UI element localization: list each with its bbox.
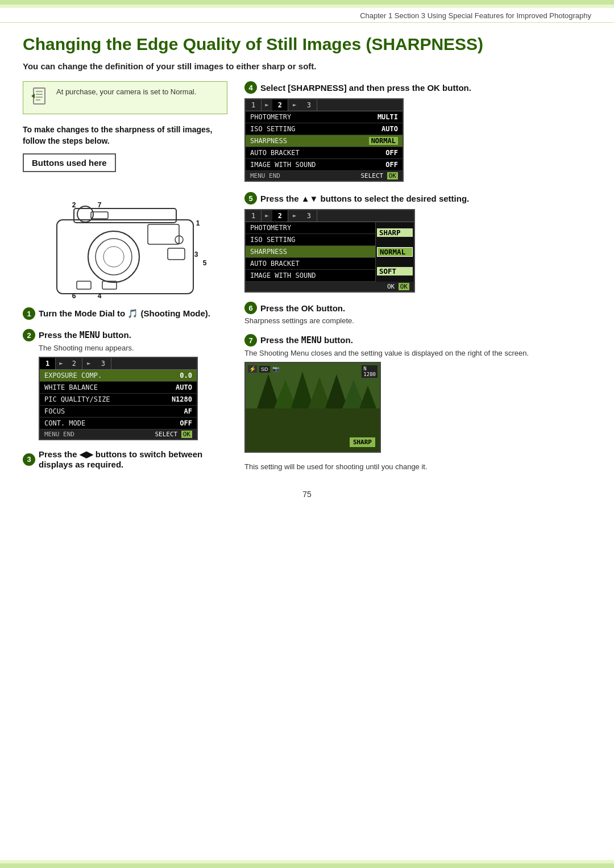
- step-5-text: Press the ▲▼ buttons to select the desir…: [260, 194, 469, 203]
- step-5: 5 Press the ▲▼ buttons to select the des…: [244, 192, 591, 293]
- menu-val-pq: N1280: [172, 395, 192, 403]
- step-6-header: 6 Press the OK button.: [244, 302, 591, 314]
- menu-row3-photometry: PHOTOMETRY: [246, 222, 375, 234]
- menu-screen-3: 1 ► 2 ► 3 PHOTOMETRY ISO SETTING: [244, 209, 415, 293]
- icon-flash: ⚡: [248, 365, 257, 373]
- page-title: Changing the Edge Quality of Still Image…: [23, 34, 591, 55]
- menu-row-sharpness: SHARPNESS NORMAL: [246, 135, 403, 147]
- menu-val-bracket: OFF: [385, 149, 398, 157]
- svg-rect-6: [57, 220, 193, 294]
- menu-label3-iws: IMAGE WITH SOUND: [250, 272, 316, 279]
- step-6: 6 Press the OK button. Sharpness setting…: [244, 302, 591, 325]
- icon-camera: 📷: [272, 366, 279, 372]
- step-7: 7 Press the MENU button. The Shooting Me…: [244, 334, 591, 453]
- svg-rect-15: [168, 248, 185, 260]
- menu-label-iws: IMAGE WITH SOUND: [250, 161, 316, 169]
- step-4-number: 4: [244, 81, 257, 94]
- menu-label-iso: ISO SETTING: [250, 125, 295, 133]
- menu-label-photometry: PHOTOMETRY: [250, 113, 291, 121]
- menu-row-iws: IMAGE WITH SOUND OFF: [246, 159, 403, 171]
- menu-footer-right-1: SELECT OK: [155, 431, 192, 438]
- menu-tabs-2: 1 ► 2 ► 3: [246, 99, 403, 111]
- step-4-header: 4 Select [SHARPNESS] and then press the …: [244, 81, 591, 94]
- svg-text:3: 3: [194, 251, 198, 258]
- chapter-header: Chapter 1 Section 3 Using Special Featur…: [0, 8, 614, 23]
- menu-label-cont: CONT. MODE: [44, 419, 85, 427]
- menu-tab-1: 1: [40, 358, 56, 369]
- menu-footer-left-1: MENU END: [44, 431, 74, 438]
- menu-label-focus: FOCUS: [44, 407, 65, 415]
- option-soft: SOFT: [377, 267, 413, 276]
- option-normal: NORMAL: [377, 247, 413, 257]
- step-2-number: 2: [23, 329, 35, 341]
- menu-row3-sharpness: SHARPNESS: [246, 246, 375, 258]
- svg-text:4: 4: [98, 292, 102, 299]
- svg-rect-0: [34, 88, 45, 104]
- menu-val-exposure: 0.0: [180, 372, 192, 379]
- svg-rect-11: [148, 224, 179, 244]
- menu-label3-iso: ISO SETTING: [250, 236, 295, 244]
- final-note: This setting will be used for shooting u…: [244, 462, 591, 472]
- menu-tab-arrow: ►: [56, 358, 67, 369]
- buttons-label: Buttons used here: [32, 158, 107, 168]
- step-3-header: 3 Press the ◀▶ buttons to switch between…: [23, 449, 227, 469]
- menu-label3-sharpness: SHARPNESS: [250, 248, 287, 256]
- menu-val-wb: AUTO: [176, 383, 192, 391]
- page-subtitle: You can change the definition of your st…: [23, 61, 591, 71]
- menu-tab-2-3: 3: [301, 99, 317, 111]
- step-3-number: 3: [23, 453, 35, 466]
- menu-tabs-1: 1 ► 2 ► 3: [40, 358, 197, 370]
- menu-screen-2: 1 ► 2 ► 3 PHOTOMETRY MULTI ISO SETTING A…: [244, 98, 404, 182]
- svg-point-9: [96, 239, 132, 275]
- note-box: At purchase, your camera is set to Norma…: [23, 81, 227, 114]
- shooting-image: ⚡ SD 📷 N1280 SHARP: [244, 362, 381, 453]
- menu-screen-1: 1 ► 2 ► 3 EXPOSURE COMP. 0.0 WHITE BALAN…: [39, 357, 198, 440]
- menu-row-pq: PIC QUALITY/SIZE N1280: [40, 394, 197, 406]
- top-bar: [0, 0, 614, 5]
- menu-val-cont: OFF: [180, 419, 192, 427]
- icon-sd: SD: [259, 366, 270, 373]
- step-2-text: Press the MENU button.: [39, 330, 131, 340]
- svg-text:5: 5: [203, 259, 207, 267]
- menu-with-options: PHOTOMETRY ISO SETTING SHARPNESS AUTO BR…: [246, 222, 414, 282]
- menu-label-sharpness: SHARPNESS: [250, 137, 287, 145]
- svg-text:1: 1: [196, 219, 200, 227]
- tab-arrow-2: ►: [262, 99, 272, 111]
- menu-tab-3-1: 1: [246, 210, 262, 222]
- menu-tab-3-3: 3: [301, 210, 317, 222]
- menu-label-pq: PIC QUALITY/SIZE: [44, 395, 110, 403]
- menu-val-photometry: MULTI: [377, 113, 398, 121]
- n1280-badge: N1280: [362, 365, 377, 378]
- tab-arrow-3: ►: [262, 210, 272, 222]
- svg-rect-16: [77, 281, 91, 289]
- note-icon: [31, 87, 49, 108]
- step-7-header: 7 Press the MENU button.: [244, 334, 591, 347]
- menu-row-exposure: EXPOSURE COMP. 0.0: [40, 370, 197, 382]
- menu-row-wb: WHITE BALANCE AUTO: [40, 382, 197, 394]
- menu-val-iws: OFF: [385, 161, 398, 169]
- menu-tab-2-2: 2: [272, 99, 288, 111]
- menu-row-iso: ISO SETTING AUTO: [246, 123, 403, 135]
- step-7-sub: The Shooting Menu closes and the setting…: [244, 349, 591, 357]
- left-column: At purchase, your camera is set to Norma…: [23, 81, 227, 478]
- note-text: At purchase, your camera is set to Norma…: [56, 87, 196, 96]
- menu-label3-photometry: PHOTOMETRY: [250, 224, 291, 232]
- menu-row3-iso: ISO SETTING: [246, 234, 375, 246]
- step-2-sub: The Shooting menu appears.: [23, 344, 227, 352]
- menu-row-focus: FOCUS AF: [40, 406, 197, 418]
- camera-diagram: 2 7 1 3 5 6 4: [23, 186, 227, 302]
- step-3-text: Press the ◀▶ buttons to switch between d…: [39, 449, 227, 469]
- menu-footer-3: OK OK: [246, 282, 414, 291]
- menu-tab-3: 3: [96, 358, 111, 369]
- menu-footer-1: MENU END SELECT OK: [40, 429, 197, 439]
- menu-row3-bracket: AUTO BRACKET: [246, 258, 375, 270]
- menu-label-wb: WHITE BALANCE: [44, 383, 98, 391]
- menu-footer-right-3: OK OK: [387, 283, 409, 290]
- bottom-bar: [0, 863, 614, 868]
- step-7-text: Press the MENU button.: [260, 335, 353, 345]
- menu-label3-bracket: AUTO BRACKET: [250, 260, 300, 268]
- menu-val-iso: AUTO: [381, 125, 398, 133]
- sharp-badge: SHARP: [350, 437, 375, 447]
- step-4: 4 Select [SHARPNESS] and then press the …: [244, 81, 591, 182]
- svg-text:6: 6: [72, 292, 76, 299]
